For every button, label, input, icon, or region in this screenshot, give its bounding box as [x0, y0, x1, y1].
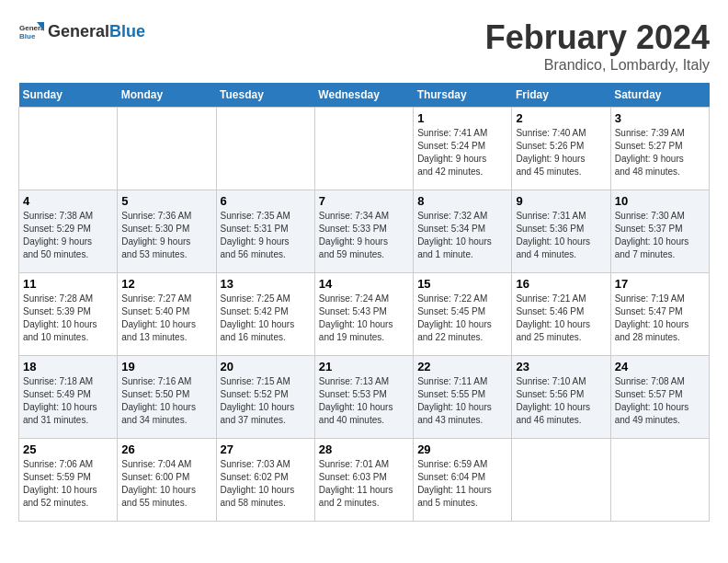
logo-blue-text: Blue	[109, 22, 145, 41]
calendar-cell: 18Sunrise: 7:18 AM Sunset: 5:49 PM Dayli…	[19, 356, 118, 439]
calendar-cell: 9Sunrise: 7:31 AM Sunset: 5:36 PM Daylig…	[512, 190, 610, 273]
day-header-monday: Monday	[118, 83, 216, 108]
calendar-cell: 13Sunrise: 7:25 AM Sunset: 5:42 PM Dayli…	[216, 273, 314, 356]
main-title: February 2024	[485, 18, 710, 57]
day-number: 8	[417, 194, 507, 208]
calendar-cell: 15Sunrise: 7:22 AM Sunset: 5:45 PM Dayli…	[414, 273, 512, 356]
day-info: Sunrise: 7:32 AM Sunset: 5:34 PM Dayligh…	[417, 210, 507, 261]
day-info: Sunrise: 7:31 AM Sunset: 5:36 PM Dayligh…	[516, 210, 606, 261]
calendar-cell: 25Sunrise: 7:06 AM Sunset: 5:59 PM Dayli…	[19, 439, 118, 522]
day-number: 28	[319, 442, 409, 456]
day-info: Sunrise: 7:25 AM Sunset: 5:42 PM Dayligh…	[221, 293, 311, 344]
day-info: Sunrise: 7:38 AM Sunset: 5:29 PM Dayligh…	[23, 210, 113, 261]
day-number: 5	[121, 194, 211, 208]
day-info: Sunrise: 7:24 AM Sunset: 5:43 PM Dayligh…	[319, 293, 409, 344]
calendar-cell	[19, 108, 118, 190]
day-header-thursday: Thursday	[414, 83, 512, 108]
day-info: Sunrise: 7:16 AM Sunset: 5:50 PM Dayligh…	[121, 375, 211, 427]
calendar-cell: 2Sunrise: 7:40 AM Sunset: 5:26 PM Daylig…	[512, 108, 610, 190]
day-info: Sunrise: 7:39 AM Sunset: 5:27 PM Dayligh…	[615, 127, 705, 178]
day-number: 27	[221, 442, 311, 456]
calendar-cell	[216, 108, 314, 190]
calendar-cell: 23Sunrise: 7:10 AM Sunset: 5:56 PM Dayli…	[512, 356, 610, 439]
calendar-week-1: 1Sunrise: 7:41 AM Sunset: 5:24 PM Daylig…	[19, 108, 710, 190]
calendar-cell: 22Sunrise: 7:11 AM Sunset: 5:55 PM Dayli…	[414, 356, 512, 439]
calendar-week-4: 18Sunrise: 7:18 AM Sunset: 5:49 PM Dayli…	[19, 356, 710, 439]
day-info: Sunrise: 6:59 AM Sunset: 6:04 PM Dayligh…	[417, 458, 507, 510]
day-info: Sunrise: 7:11 AM Sunset: 5:55 PM Dayligh…	[417, 375, 507, 427]
calendar-cell: 24Sunrise: 7:08 AM Sunset: 5:57 PM Dayli…	[610, 356, 709, 439]
calendar-cell: 1Sunrise: 7:41 AM Sunset: 5:24 PM Daylig…	[414, 108, 512, 190]
day-number: 24	[615, 360, 705, 373]
day-number: 26	[121, 442, 211, 456]
calendar-cell: 29Sunrise: 6:59 AM Sunset: 6:04 PM Dayli…	[414, 439, 512, 522]
logo-icon: General Blue	[18, 18, 44, 44]
calendar-cell: 6Sunrise: 7:35 AM Sunset: 5:31 PM Daylig…	[216, 190, 314, 273]
day-info: Sunrise: 7:13 AM Sunset: 5:53 PM Dayligh…	[319, 375, 409, 427]
day-info: Sunrise: 7:15 AM Sunset: 5:52 PM Dayligh…	[221, 375, 311, 427]
day-info: Sunrise: 7:10 AM Sunset: 5:56 PM Dayligh…	[516, 375, 606, 427]
title-section: February 2024 Brandico, Lombardy, Italy	[485, 18, 710, 74]
calendar-cell: 12Sunrise: 7:27 AM Sunset: 5:40 PM Dayli…	[118, 273, 216, 356]
day-info: Sunrise: 7:19 AM Sunset: 5:47 PM Dayligh…	[615, 293, 705, 344]
day-info: Sunrise: 7:04 AM Sunset: 6:00 PM Dayligh…	[121, 458, 211, 510]
calendar-week-3: 11Sunrise: 7:28 AM Sunset: 5:39 PM Dayli…	[19, 273, 710, 356]
day-info: Sunrise: 7:40 AM Sunset: 5:26 PM Dayligh…	[516, 127, 606, 178]
calendar-cell: 4Sunrise: 7:38 AM Sunset: 5:29 PM Daylig…	[19, 190, 118, 273]
day-header-friday: Friday	[512, 83, 610, 108]
day-info: Sunrise: 7:18 AM Sunset: 5:49 PM Dayligh…	[23, 375, 113, 427]
calendar-cell: 14Sunrise: 7:24 AM Sunset: 5:43 PM Dayli…	[314, 273, 413, 356]
day-info: Sunrise: 7:35 AM Sunset: 5:31 PM Dayligh…	[221, 210, 311, 261]
day-info: Sunrise: 7:28 AM Sunset: 5:39 PM Dayligh…	[23, 293, 113, 344]
calendar-cell	[610, 439, 709, 522]
day-info: Sunrise: 7:41 AM Sunset: 5:24 PM Dayligh…	[417, 127, 507, 178]
day-info: Sunrise: 7:01 AM Sunset: 6:03 PM Dayligh…	[319, 458, 409, 510]
day-number: 3	[615, 111, 705, 125]
day-info: Sunrise: 7:08 AM Sunset: 5:57 PM Dayligh…	[615, 375, 705, 427]
calendar-cell: 17Sunrise: 7:19 AM Sunset: 5:47 PM Dayli…	[610, 273, 709, 356]
calendar-cell	[512, 439, 610, 522]
day-number: 4	[23, 194, 113, 208]
calendar-cell: 11Sunrise: 7:28 AM Sunset: 5:39 PM Dayli…	[19, 273, 118, 356]
day-header-sunday: Sunday	[19, 83, 118, 108]
header: General Blue GeneralBlue February 2024 B…	[18, 18, 710, 74]
logo: General Blue GeneralBlue	[18, 18, 145, 44]
day-number: 2	[516, 111, 606, 125]
day-info: Sunrise: 7:27 AM Sunset: 5:40 PM Dayligh…	[121, 293, 211, 344]
day-number: 18	[23, 360, 113, 373]
calendar-cell	[314, 108, 413, 190]
calendar-cell: 28Sunrise: 7:01 AM Sunset: 6:03 PM Dayli…	[314, 439, 413, 522]
calendar-week-5: 25Sunrise: 7:06 AM Sunset: 5:59 PM Dayli…	[19, 439, 710, 522]
calendar-cell: 27Sunrise: 7:03 AM Sunset: 6:02 PM Dayli…	[216, 439, 314, 522]
day-number: 22	[417, 360, 507, 373]
day-number: 16	[516, 277, 606, 291]
day-number: 21	[319, 360, 409, 373]
logo-general-text: General	[48, 22, 109, 41]
day-number: 20	[221, 360, 311, 373]
calendar-cell: 7Sunrise: 7:34 AM Sunset: 5:33 PM Daylig…	[314, 190, 413, 273]
day-number: 7	[319, 194, 409, 208]
day-info: Sunrise: 7:03 AM Sunset: 6:02 PM Dayligh…	[221, 458, 311, 510]
day-number: 14	[319, 277, 409, 291]
day-number: 1	[417, 111, 507, 125]
calendar-cell: 19Sunrise: 7:16 AM Sunset: 5:50 PM Dayli…	[118, 356, 216, 439]
days-header-row: SundayMondayTuesdayWednesdayThursdayFrid…	[19, 83, 710, 108]
calendar-table: SundayMondayTuesdayWednesdayThursdayFrid…	[18, 83, 710, 522]
day-header-wednesday: Wednesday	[314, 83, 413, 108]
day-number: 11	[23, 277, 113, 291]
day-number: 10	[615, 194, 705, 208]
calendar-cell: 8Sunrise: 7:32 AM Sunset: 5:34 PM Daylig…	[414, 190, 512, 273]
calendar-cell: 5Sunrise: 7:36 AM Sunset: 5:30 PM Daylig…	[118, 190, 216, 273]
day-info: Sunrise: 7:34 AM Sunset: 5:33 PM Dayligh…	[319, 210, 409, 261]
day-info: Sunrise: 7:30 AM Sunset: 5:37 PM Dayligh…	[615, 210, 705, 261]
day-number: 9	[516, 194, 606, 208]
day-number: 13	[221, 277, 311, 291]
calendar-week-2: 4Sunrise: 7:38 AM Sunset: 5:29 PM Daylig…	[19, 190, 710, 273]
day-number: 23	[516, 360, 606, 373]
day-number: 12	[121, 277, 211, 291]
day-number: 29	[417, 442, 507, 456]
day-number: 25	[23, 442, 113, 456]
day-number: 19	[121, 360, 211, 373]
calendar-cell: 10Sunrise: 7:30 AM Sunset: 5:37 PM Dayli…	[610, 190, 709, 273]
day-info: Sunrise: 7:06 AM Sunset: 5:59 PM Dayligh…	[23, 458, 113, 510]
